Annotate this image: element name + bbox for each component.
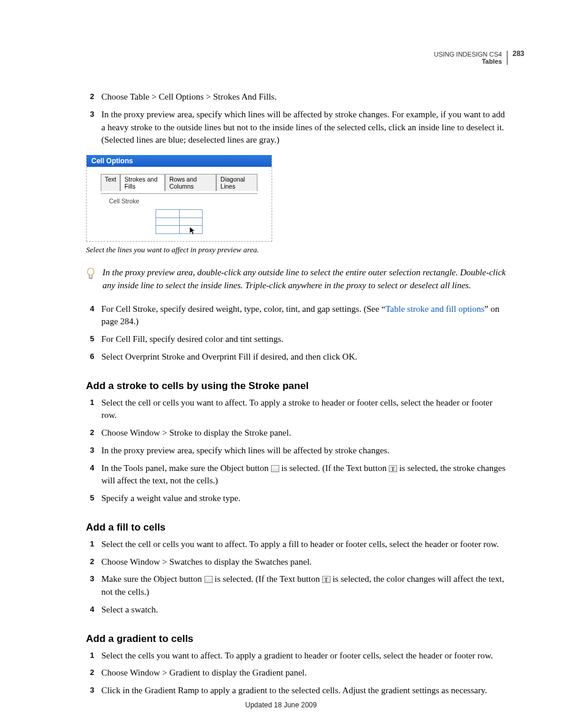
procedure-c: 1Select the cell or cells you want to af… [86,538,508,617]
book-title: USING INDESIGN CS4 [86,51,502,58]
step-number: 2 [86,427,94,440]
step-text: Specify a weight value and stroke type. [101,492,508,505]
heading-stroke-panel: Add a stroke to cells by using the Strok… [86,380,508,392]
step-number: 5 [86,333,94,346]
figure-cell-options: Cell Options Text Strokes and Fills Rows… [86,155,272,242]
step-text: Select the cells you want to affect. To … [101,650,508,663]
procedure-a-part1: 2Choose Table > Cell Options > Strokes A… [86,91,508,147]
step-number: 2 [86,667,94,680]
link-table-stroke-fill-options[interactable]: Table stroke and fill options [385,304,484,314]
dialog-tabs: Text Strokes and Fills Rows and Columns … [87,167,272,193]
step-text: Click in the Gradient Ramp to apply a gr… [101,684,508,697]
page-header: USING INDESIGN CS4 Tables 283 [86,51,508,65]
step-text: In the proxy preview area, specify which… [101,108,508,147]
step-text: Choose Window > Stroke to display the St… [101,427,508,440]
tab-rows-columns[interactable]: Rows and Columns [165,174,216,191]
dialog-titlebar: Cell Options [87,155,272,167]
cursor-icon [189,226,196,237]
step-text: Choose Table > Cell Options > Strokes An… [101,91,508,104]
step-text: Choose Window > Swatches to display the … [101,556,508,569]
step-number: 1 [86,538,94,551]
svg-point-0 [88,268,94,275]
step-text: Select Overprint Stroke and Overprint Fi… [101,351,508,364]
procedure-a-part2: 4 For Cell Stroke, specify desired weigh… [86,303,508,364]
object-button-icon [204,576,213,583]
step-text: In the Tools panel, make sure the Object… [101,462,508,488]
page-footer: Updated 18 June 2009 [0,701,562,709]
text-button-icon [389,465,397,472]
step-number: 3 [86,573,94,599]
proxy-preview[interactable] [156,209,203,234]
step-text: Select the cell or cells you want to aff… [101,397,508,423]
step-text: In the proxy preview area, specify which… [101,444,508,457]
step-number: 4 [86,462,94,488]
groupbox-cell-stroke: Cell Stroke [101,193,257,234]
text-button-icon [322,576,330,583]
procedure-d: 1Select the cells you want to affect. To… [86,650,508,697]
figure-caption: Select the lines you want to affect in p… [86,245,508,255]
step-text: Select a swatch. [101,604,508,617]
procedure-b: 1Select the cell or cells you want to af… [86,397,508,505]
heading-fill-cells: Add a fill to cells [86,522,508,533]
step-text: Choose Window > Gradient to display the … [101,667,508,680]
step-number: 2 [86,556,94,569]
step-number: 4 [86,604,94,617]
step-number: 3 [86,684,94,697]
step-number: 6 [86,351,94,364]
step-number: 3 [86,108,94,147]
step-text: For Cell Fill, specify desired color and… [101,333,508,346]
tip-block: In the proxy preview area, double-click … [86,266,508,292]
step-text: Make sure the Object button is selected.… [101,573,508,599]
tab-diagonal-lines[interactable]: Diagonal Lines [216,174,257,191]
step-text: Select the cell or cells you want to aff… [101,538,508,551]
heading-gradient-cells: Add a gradient to cells [86,633,508,645]
chapter-title: Tables [86,58,502,65]
groupbox-label: Cell Stroke [107,197,141,205]
step-number: 3 [86,444,94,457]
object-button-icon [271,465,279,472]
tab-strokes-fills[interactable]: Strokes and Fills [120,174,165,191]
page-number: 283 [513,50,524,58]
step-number: 1 [86,650,94,663]
step-number: 5 [86,492,94,505]
lightbulb-icon [86,266,95,292]
step-number: 2 [86,91,94,104]
step-number: 4 [86,303,94,329]
tab-text[interactable]: Text [101,174,120,191]
step-number: 1 [86,397,94,423]
tip-text: In the proxy preview area, double-click … [103,266,508,292]
step-text: For Cell Stroke, specify desired weight,… [101,303,508,329]
